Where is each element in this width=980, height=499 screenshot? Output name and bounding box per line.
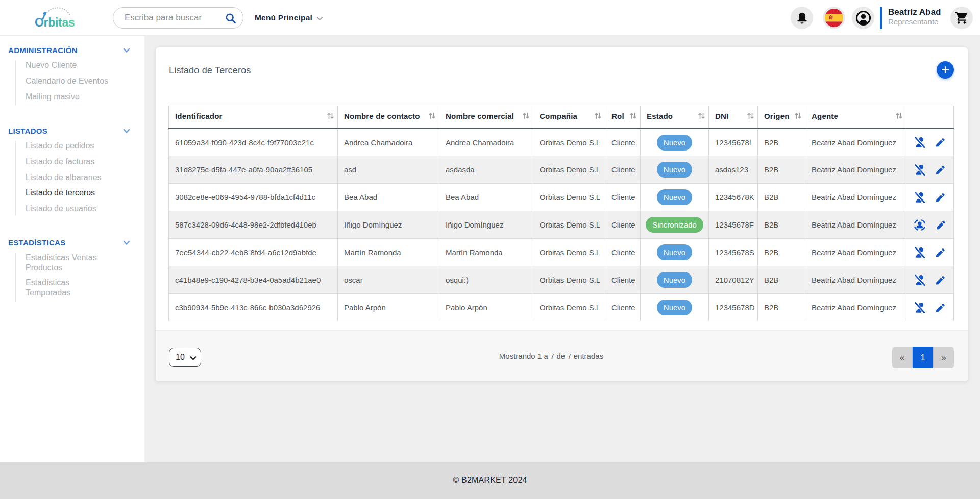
svg-text:Orbitas: Orbitas: [35, 16, 75, 29]
